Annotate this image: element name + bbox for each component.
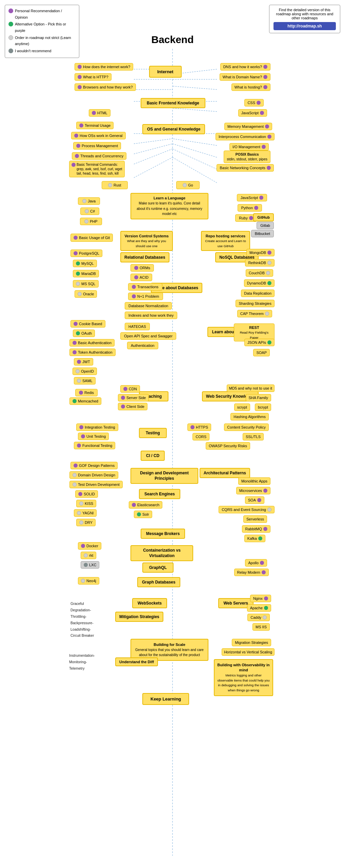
legend-item-4: I wouldn't recommend [8,48,76,54]
node-javascript-lang: JavaScript [237,194,267,201]
node-solr: Solr [134,511,152,518]
map-container: Internet How does the internet work? Wha… [68,49,277,856]
node-jwt: JWT [74,358,93,366]
node-understand-diff: Understand the Diff [115,657,158,666]
legend-item-1: Personal Recommendation / Opinion [8,8,76,20]
node-html: HTML [89,109,110,117]
dgray-icon [8,48,13,53]
node-elasticsearch: Elasticsearch [129,501,162,509]
purple-icon [8,8,13,13]
node-rethinkdb: RethinkDB [245,259,275,267]
node-acid: ACID [130,274,152,281]
node-internet: Internet [149,66,182,78]
node-dynamodb: DynamoDB [244,279,275,287]
node-msiis: MS IIS [252,623,270,631]
legend-item-2: Alternative Option - Pick this or purple [8,21,76,34]
node-server-side: Server Side [118,394,149,401]
node-mssql: MS SQL [73,280,99,288]
legend-item-3: Order in roadmap not strict (Learn anyti… [8,35,76,47]
node-kafka: Kafka [244,535,265,542]
svg-line-17 [172,144,217,157]
node-mongodb: MongoDB [246,249,275,256]
node-authentication: Authentication [127,342,158,349]
info-box-url[interactable]: http://roadmap.sh [273,22,336,30]
node-nginx: Nginx [250,595,271,602]
node-integration-testing: Integration Testing [76,423,118,431]
node-message-brokers: Message Brokers [141,529,185,539]
node-data-replication: Data Replication [241,290,275,297]
node-graceful: Graceful Degradation- Throttling- Backpr… [69,600,95,639]
node-saml: SAML [74,377,96,384]
node-memcached: Memcached [69,397,101,405]
node-microservices: Microservices [236,487,270,494]
node-migration: Migration Strategies [232,639,271,646]
node-soa: SOA [245,496,264,504]
node-oracle: Oracle [75,290,97,298]
node-io: I/O Management [229,143,269,151]
node-instrumentation: Instrumentation- Monitoring- Telemetry [69,652,95,672]
node-redis: Redis [75,389,98,396]
node-php: PHP [80,218,102,225]
node-networking-concepts: Basic Networking Concepts [217,164,274,172]
node-openid: OpenID [73,368,97,375]
node-ssl: SSL/TLS [243,433,264,440]
node-docker: Docker [78,542,101,550]
node-posix: POSIX Basicsstdin, stdout, stderr, pipes [224,151,270,163]
node-cqrs: CQRS and Event Sourcing [219,506,275,513]
node-cors: CORS [192,433,209,440]
node-mariadb: MariaDB [73,270,99,277]
svg-line-16 [172,139,217,145]
node-testing: Testing [139,428,167,438]
node-interprocess: Interprocess Communication [216,133,275,140]
node-soap: SOAP [253,349,270,356]
node-vcs: Version Control Systems What are they an… [120,231,173,251]
node-sha: SHA Family [246,394,271,401]
node-monolithic: Monolithic Apps [238,477,270,485]
node-neo4j: Neo4j [78,577,99,585]
node-csp: Content Security Policy [224,423,269,431]
node-apollo: Apollo [245,559,267,567]
node-rkt: rkt [81,552,96,559]
node-browsers: Browsers and how they work? [75,83,136,91]
legend-label-2: Alternative Option - Pick this or purple [15,21,76,34]
node-horizontal-scaling: Horizontal vs Vertical Scaling [222,648,275,656]
node-basic-frontend: Basic Frontend Knowledge [141,98,205,108]
node-relational-db: Relational Databases [120,252,169,262]
node-functional-testing: Functional Testing [74,442,115,449]
node-terminal: Terminal Usage [76,122,114,129]
node-token-auth: Token Authentication [69,349,116,356]
node-css: CSS [244,99,264,106]
node-keep-learning: Keep Learning [142,693,189,705]
node-apache: Apache [247,604,271,612]
node-process: Process Management [73,142,121,150]
node-basic-auth: Basic Authentication [69,339,115,347]
node-md5: MD5 and why not to use it [227,384,275,392]
node-owasp: OWASP Security Risks [206,442,250,450]
node-rabbitmq: RabbitMQ [242,525,270,533]
svg-line-13 [134,149,172,164]
node-cdn: CDN [120,385,140,393]
node-graph-db: Graph Databases [137,577,180,587]
node-indexes: Indexes and how work they [125,312,177,319]
node-learn-language: Learn a Language Make sure to learn it's… [130,193,208,219]
node-unit-testing: Unit Testing [78,433,109,440]
node-websockets: WebSockets [132,598,167,608]
node-os: OS and General Knowledge [142,124,205,134]
node-couchdb: CouchDB [246,269,273,277]
node-sharding: Sharding Strategies [236,300,275,307]
node-client-side: Client Side [118,403,147,410]
info-box-text: Find the detailed version of this roadma… [276,8,333,20]
node-mitigation: Mitigation Strategies [115,612,163,622]
node-yagni: YAGNI [74,509,97,517]
legend-label-3: Order in roadmap not strict (Learn anyti… [15,35,76,47]
node-hashing: Hashing Algorithms [230,413,269,420]
node-arch-patterns: Architectural Patterns [200,468,250,478]
node-postgresql: PostgreSQL [70,250,102,257]
node-tdd: Test Driven Development [69,481,123,488]
node-db-normalization: Database Normalization [125,302,172,310]
node-ddd: Domain Driven Design [69,471,118,479]
node-cookie: Cookie Based [70,320,105,328]
svg-line-11 [134,139,172,144]
node-what-http: What is HTTP? [75,73,111,81]
node-basic-git: Basic Usage of Git [70,234,113,242]
